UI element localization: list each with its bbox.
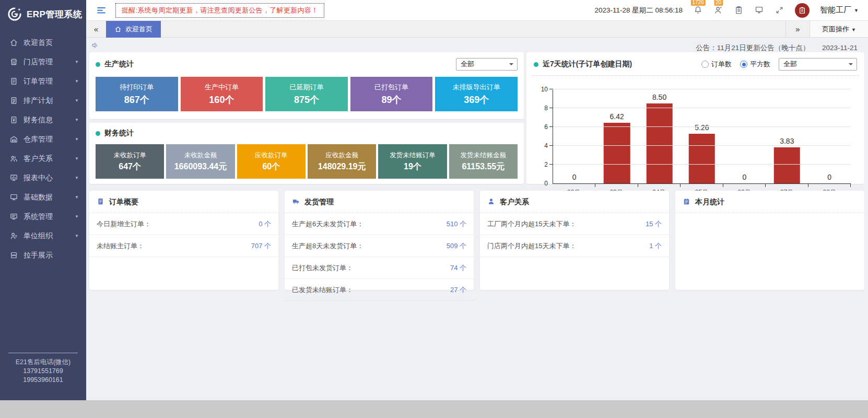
finance-stat-card[interactable]: 发货未结账金额61153.55元 bbox=[449, 144, 518, 179]
finance-stat-card[interactable]: 应收款订单60个 bbox=[237, 144, 306, 179]
stat-card-label: 已延期订单 bbox=[289, 83, 323, 92]
gridline bbox=[553, 164, 851, 165]
finance-stat-card[interactable]: 发货未结账订单19个 bbox=[378, 144, 447, 179]
user-menu[interactable]: 智能工厂 ▼ bbox=[820, 5, 859, 15]
chart-value-label: 3.83 bbox=[760, 137, 813, 145]
finance-stat-card[interactable]: 未收款金额1660093.44元 bbox=[166, 144, 234, 179]
bell-icon[interactable]: 1726 bbox=[693, 5, 703, 15]
sidebar-item-schedule[interactable]: 排产计划▼ bbox=[0, 91, 86, 110]
chart-value-label: 8.50 bbox=[633, 93, 686, 101]
sidebar-toggle-icon[interactable] bbox=[96, 5, 107, 16]
chart-bar-slot: 0 bbox=[808, 90, 851, 183]
info-row-value[interactable]: 0 个 bbox=[259, 219, 271, 229]
sidebar-item-label: 门店管理 bbox=[24, 57, 75, 67]
clipboard-icon[interactable] bbox=[734, 5, 744, 15]
sidebar-item-label: 财务信息 bbox=[24, 115, 75, 125]
info-row-value[interactable]: 510 个 bbox=[447, 219, 466, 229]
stat-card-value: 60个 bbox=[262, 161, 280, 172]
info-row-label: 未结账主订单： bbox=[97, 241, 144, 251]
home-icon bbox=[114, 26, 122, 33]
sidebar-item-basedata[interactable]: 基础数据▼ bbox=[0, 188, 86, 207]
chevron-down-icon: ▼ bbox=[854, 8, 859, 13]
customer-relations-panel: 客户关系工厂两个月内超15天未下单：15 个门店两个月内超15天未下单：1 个 bbox=[480, 191, 669, 290]
sidebar: ERP管理系统 欢迎首页门店管理▼订单管理▼排产计划▼财务信息▼仓库管理▼客户关… bbox=[0, 0, 86, 400]
user-name: 智能工厂 bbox=[820, 5, 851, 15]
info-row-value[interactable]: 707 个 bbox=[251, 241, 271, 251]
chart-bar bbox=[774, 147, 800, 183]
tabs-expand-button[interactable]: » bbox=[785, 21, 810, 37]
panel-title: 客户关系 bbox=[500, 198, 529, 207]
sidebar-footer: E21售后电话(微信) 13791551769 19953960161 bbox=[0, 353, 86, 385]
bar-chart: 06.428.505.2603.830 0246810 bbox=[553, 90, 851, 184]
truck-mini-icon bbox=[292, 198, 300, 205]
info-row-value[interactable]: 15 个 bbox=[646, 219, 662, 229]
tabs-collapse-button[interactable]: « bbox=[86, 25, 106, 33]
info-row-value[interactable]: 74 个 bbox=[450, 263, 466, 273]
divider bbox=[532, 75, 859, 76]
monitor-icon bbox=[9, 193, 18, 202]
finance-stat-card[interactable]: 未收款订单647个 bbox=[96, 144, 164, 179]
chart-bar bbox=[604, 123, 630, 183]
contacts-icon[interactable]: 20 bbox=[713, 5, 723, 15]
chart-bar bbox=[689, 134, 715, 183]
panel-title: 订单概要 bbox=[109, 198, 138, 207]
chart-value-label: 5.26 bbox=[675, 123, 728, 132]
production-stat-card[interactable]: 已打包订单89个 bbox=[350, 77, 433, 111]
user-avatar[interactable] bbox=[795, 3, 810, 18]
stat-card-label: 待打印订单 bbox=[120, 83, 154, 92]
info-row: 工厂两个月内超15天未下单：15 个 bbox=[480, 213, 669, 235]
chart-bar-slot: 5.26 bbox=[681, 90, 723, 183]
sidebar-item-org[interactable]: 单位组织▼ bbox=[0, 226, 86, 246]
radio-square-count[interactable]: 平方数 bbox=[740, 60, 770, 69]
stat-card-value: 875个 bbox=[294, 94, 319, 106]
radio-selected-icon bbox=[740, 61, 747, 68]
chart-bar bbox=[646, 103, 672, 183]
info-row-value[interactable]: 27 个 bbox=[450, 285, 466, 295]
panel-title: 本月统计 bbox=[695, 198, 724, 207]
chart-metric-radios: 订单数平方数 bbox=[701, 60, 770, 69]
info-row: 生产超6天未发货订单：510 个 bbox=[285, 213, 474, 235]
sidebar-item-customer[interactable]: 客户关系▼ bbox=[0, 149, 86, 168]
page-actions-dropdown[interactable]: 页面操作▼ bbox=[810, 21, 868, 37]
production-stat-card[interactable]: 待打印订单867个 bbox=[96, 77, 178, 111]
announcement-line[interactable]: 公告：11月21日更新公告（晚十点） 2023-11-21 bbox=[696, 43, 858, 53]
sidebar-item-order[interactable]: 订单管理▼ bbox=[0, 72, 86, 91]
bell-badge: 1726 bbox=[690, 0, 705, 6]
sidebar-item-label: 订单管理 bbox=[24, 77, 75, 86]
production-stat-card[interactable]: 生产中订单160个 bbox=[181, 77, 263, 111]
tab-welcome-home[interactable]: 欢迎首页 bbox=[106, 21, 161, 38]
sidebar-item-label: 基础数据 bbox=[24, 193, 75, 202]
fullscreen-icon[interactable] bbox=[775, 5, 784, 15]
gridline bbox=[553, 108, 851, 108]
info-row-value[interactable]: 509 个 bbox=[447, 241, 466, 251]
radio-order-count[interactable]: 订单数 bbox=[701, 60, 732, 69]
production-stat-card[interactable]: 未排版导出订单369个 bbox=[435, 77, 518, 111]
schedule-icon bbox=[9, 96, 18, 105]
screen-icon[interactable] bbox=[754, 5, 764, 15]
support-phone-1: 13791551769 bbox=[0, 367, 86, 376]
y-axis-tick-label: 4 bbox=[531, 142, 548, 149]
main-content: 公告：11月21日更新公告（晚十点） 2023-11-21 生产统计 全部 待打… bbox=[86, 38, 868, 400]
store-icon bbox=[9, 57, 18, 66]
chevron-down-icon: ▼ bbox=[75, 137, 79, 142]
sidebar-item-store[interactable]: 门店管理▼ bbox=[0, 52, 86, 72]
info-row-value[interactable]: 1 个 bbox=[649, 241, 662, 251]
sidebar-item-handshake[interactable]: 拉手展示 bbox=[0, 246, 86, 265]
tab-bar: « 欢迎首页 » 页面操作▼ bbox=[86, 21, 868, 38]
production-filter-select[interactable]: 全部 bbox=[456, 58, 518, 71]
sidebar-item-warehouse[interactable]: 仓库管理▼ bbox=[0, 130, 86, 149]
sidebar-item-finance[interactable]: 财务信息▼ bbox=[0, 110, 86, 130]
support-phone-2: 19953960161 bbox=[0, 376, 86, 385]
production-stat-card[interactable]: 已延期订单875个 bbox=[265, 77, 348, 111]
sidebar-item-system[interactable]: 系统管理▼ bbox=[0, 207, 86, 226]
bottom-strip bbox=[0, 400, 868, 418]
stat-card-value: 369个 bbox=[464, 94, 489, 106]
chart-filter-select[interactable]: 全部 bbox=[779, 58, 857, 71]
finance-stat-card[interactable]: 应收款金额148029.19元 bbox=[308, 144, 376, 179]
chevron-down-icon: ▼ bbox=[75, 195, 79, 200]
sidebar-item-report[interactable]: 报表中心▼ bbox=[0, 168, 86, 188]
info-row: 已发货未结账订单：27 个 bbox=[285, 279, 474, 301]
sidebar-item-home[interactable]: 欢迎首页 bbox=[0, 33, 86, 52]
chart-value-label: 0 bbox=[803, 173, 856, 181]
sidebar-item-label: 报表中心 bbox=[24, 173, 75, 183]
